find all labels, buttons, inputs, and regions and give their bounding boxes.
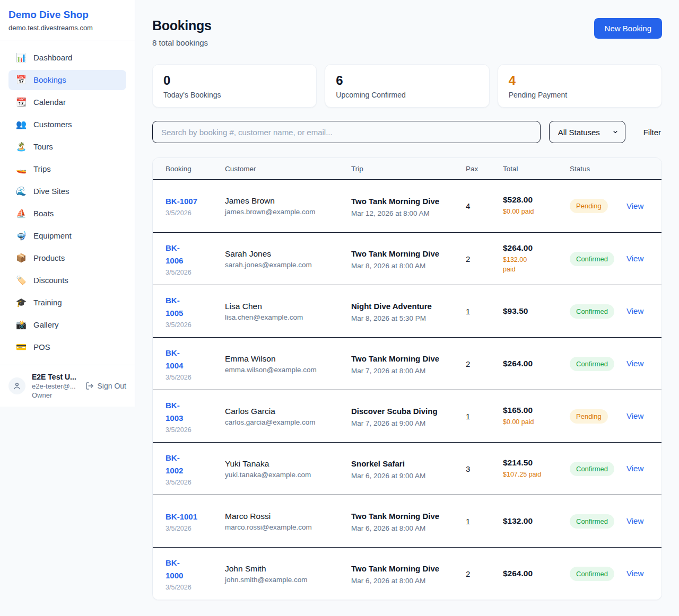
sidebar-item-calendar[interactable]: 📆 Calendar [8, 92, 126, 112]
status-cell: Pending [570, 199, 626, 213]
sidebar-item-boats[interactable]: ⛵ Boats [8, 204, 126, 224]
booking-number-link[interactable]: BK-1001 [166, 511, 197, 523]
trip-name: Discover Scuba Diving [351, 405, 446, 418]
status-cell: Confirmed [570, 357, 626, 371]
booking-number-link[interactable]: BK-1007 [166, 195, 197, 208]
sidebar: Demo Dive Shop demo.test.divestreams.com… [0, 0, 135, 407]
brand-block: Demo Dive Shop demo.test.divestreams.com [0, 0, 135, 40]
booking-number-link[interactable]: BK- 1004 [166, 347, 183, 372]
sidebar-item-discounts[interactable]: 🏷️ Discounts [8, 270, 126, 291]
wave-icon: 🌊 [16, 186, 27, 197]
main-content: Bookings 8 total bookings New Booking 0 … [135, 0, 679, 616]
search-input[interactable] [152, 121, 541, 143]
trip-name: Snorkel Safari [351, 457, 446, 470]
pax-value: 1 [466, 307, 503, 316]
stat-label: Pending Payment [509, 91, 651, 99]
trip-cell: Night Dive Adventure Mar 8, 2026 at 5:30… [351, 300, 466, 322]
sign-out-icon [85, 382, 94, 390]
customer-cell: Emma Wilson emma.wilson@example.com [225, 354, 351, 374]
trip-name: Night Dive Adventure [351, 300, 446, 313]
view-link[interactable]: View [626, 411, 643, 420]
sign-out-button[interactable]: Sign Out [85, 382, 126, 390]
status-select-wrap: All Statuses [549, 121, 625, 143]
stat-card-pending-payment: 4 Pending Payment [498, 64, 662, 108]
sidebar-item-equipment[interactable]: 🤿 Equipment [8, 226, 126, 246]
sidebar-item-label: Trips [33, 164, 51, 174]
booking-cell: BK-1007 3/5/2026 [166, 195, 225, 217]
sidebar-item-label: Training [33, 297, 62, 308]
stat-card-todays-bookings: 0 Today's Bookings [152, 64, 317, 108]
people-icon: 👥 [16, 119, 27, 130]
trip-name: Two Tank Morning Dive [351, 353, 446, 365]
sidebar-item-training[interactable]: 🎓 Training [8, 293, 126, 313]
trip-cell: Two Tank Morning Dive Mar 6, 2026 at 8:0… [351, 510, 466, 532]
booking-number-link[interactable]: BK- 1003 [166, 399, 183, 425]
customer-name: Marco Rossi [225, 512, 351, 521]
island-icon: 🏝️ [16, 142, 27, 152]
sidebar-item-bookings[interactable]: 📅 Bookings [8, 70, 126, 90]
booking-number-link[interactable]: BK- 1005 [166, 294, 183, 320]
status-badge: Confirmed [570, 567, 614, 581]
diving-mask-icon: 🤿 [16, 231, 27, 241]
trip-cell: Two Tank Morning Dive Mar 8, 2026 at 8:0… [351, 248, 466, 270]
booking-date: 3/5/2026 [166, 209, 225, 217]
status-badge: Confirmed [570, 357, 614, 371]
trip-datetime: Mar 7, 2026 at 8:00 AM [351, 367, 466, 375]
avatar [8, 377, 25, 394]
sidebar-item-label: Bookings [33, 75, 66, 85]
sidebar-item-label: Dashboard [33, 52, 72, 63]
sidebar-item-dive-sites[interactable]: 🌊 Dive Sites [8, 181, 126, 201]
paid-amount: $107.25 paid [503, 470, 553, 479]
stat-label: Today's Bookings [163, 91, 306, 99]
new-booking-button[interactable]: New Booking [594, 18, 662, 39]
sidebar-item-pos[interactable]: 💳 POS [8, 337, 126, 357]
view-link[interactable]: View [626, 359, 643, 368]
stat-card-upcoming-confirmed: 6 Upcoming Confirmed [325, 64, 489, 108]
trip-name: Two Tank Morning Dive [351, 510, 446, 523]
booking-cell: BK- 1002 3/5/2026 [166, 452, 225, 486]
booking-date: 3/5/2026 [166, 426, 225, 434]
sidebar-item-label: Equipment [33, 231, 72, 241]
stat-value: 6 [336, 73, 478, 89]
bookings-table: Booking Customer Trip Pax Total Status B… [152, 157, 662, 600]
booking-number-link[interactable]: BK- 1002 [166, 452, 183, 477]
sidebar-item-dashboard[interactable]: 📊 Dashboard [8, 48, 126, 68]
pax-value: 2 [466, 359, 503, 368]
total-cell: $214.50 $107.25 paid [503, 458, 570, 479]
customer-cell: John Smith john.smith@example.com [225, 564, 351, 584]
trip-datetime: Mar 12, 2026 at 8:00 AM [351, 209, 466, 217]
view-link[interactable]: View [626, 464, 643, 473]
table-row: BK- 1000 3/5/2026 John Smith john.smith@… [153, 547, 661, 600]
filter-button[interactable]: Filter [642, 124, 662, 141]
tear-off-calendar-icon: 📆 [16, 97, 27, 108]
view-link[interactable]: View [626, 516, 643, 525]
booking-number-link[interactable]: BK- 1006 [166, 242, 183, 267]
bookings-table-body: BK-1007 3/5/2026 James Brown james.brown… [153, 180, 661, 600]
status-badge: Pending [570, 199, 608, 213]
booking-number-link[interactable]: BK- 1000 [166, 557, 183, 582]
customer-cell: Lisa Chen lisa.chen@example.com [225, 302, 351, 321]
view-link[interactable]: View [626, 306, 643, 315]
actions-cell: View [626, 254, 649, 263]
sidebar-item-tours[interactable]: 🏝️ Tours [8, 137, 126, 157]
brand-name[interactable]: Demo Dive Shop [8, 9, 126, 21]
actions-cell: View [626, 306, 649, 316]
sidebar-item-products[interactable]: 📦 Products [8, 248, 126, 268]
sidebar-item-gallery[interactable]: 📸 Gallery [8, 315, 126, 335]
view-link[interactable]: View [626, 569, 643, 578]
trip-name: Two Tank Morning Dive [351, 195, 446, 208]
sidebar-item-trips[interactable]: 🚤 Trips [8, 159, 126, 179]
status-select[interactable]: All Statuses [549, 121, 625, 143]
trip-cell: Two Tank Morning Dive Mar 12, 2026 at 8:… [351, 195, 466, 217]
view-link[interactable]: View [626, 254, 643, 263]
trip-datetime: Mar 8, 2026 at 5:30 PM [351, 314, 466, 322]
stats-row: 0 Today's Bookings 6 Upcoming Confirmed … [152, 64, 662, 108]
paid-amount: $0.00 paid [503, 207, 553, 216]
column-header-total: Total [503, 165, 570, 173]
view-link[interactable]: View [626, 201, 643, 210]
sidebar-item-label: Dive Sites [33, 186, 69, 197]
sidebar-item-customers[interactable]: 👥 Customers [8, 115, 126, 135]
pax-value: 4 [466, 201, 503, 210]
trip-datetime: Mar 8, 2026 at 8:00 AM [351, 262, 466, 270]
sidebar-item-label: Customers [33, 119, 72, 130]
